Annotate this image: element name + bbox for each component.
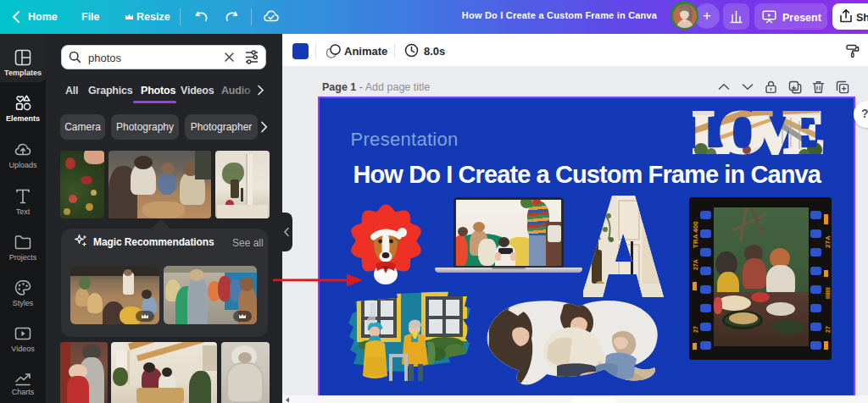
svg-text:27A: 27A — [693, 259, 698, 270]
svg-text:IIIIIII: IIIIIII — [825, 287, 831, 299]
svg-text:27A: 27A — [824, 235, 832, 248]
svg-text:27: 27 — [825, 326, 831, 333]
svg-text:TRA 400: TRA 400 — [692, 220, 699, 247]
svg-text:27: 27 — [693, 326, 698, 333]
